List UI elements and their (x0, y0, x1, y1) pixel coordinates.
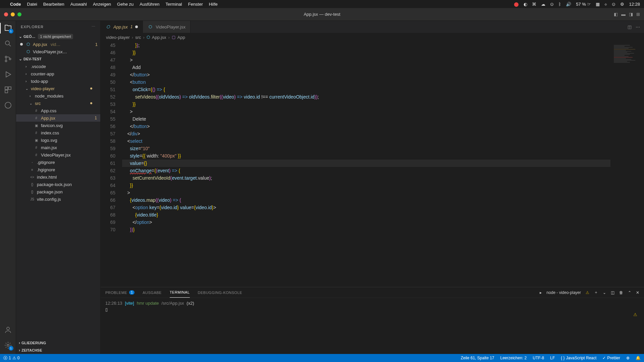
code-line[interactable]: size="10" (122, 145, 610, 152)
breadcrumb[interactable]: video-player› src› ⬡ App.jsx› ▢ App (101, 33, 644, 42)
tab-video-player-jsx[interactable]: ⬡ VideoPlayer.jsx (143, 21, 191, 33)
status-icon[interactable]: ▦ (596, 2, 600, 7)
terminal-name[interactable]: node - video-player (546, 290, 581, 295)
menu-item[interactable]: Datei (27, 2, 37, 7)
code-line[interactable]: style={{ width: "400px" }} (122, 152, 610, 160)
menu-item[interactable]: Auswahl (70, 2, 87, 7)
maximize-panel-icon[interactable]: ⌃ (628, 290, 631, 295)
code-line[interactable]: value={} (122, 160, 610, 167)
code-editor[interactable]: }); }} > Add </button> <button onClick={… (122, 42, 610, 287)
minimize-window-button[interactable] (11, 12, 15, 16)
menu-item[interactable]: Fenster (188, 2, 203, 7)
terminal-output[interactable]: 12:26:13 [vite] hmr update /src/App.jsx … (101, 298, 644, 354)
new-terminal-icon[interactable]: ＋ (594, 290, 598, 295)
status-icon[interactable]: ⌘ (532, 2, 536, 7)
file-item[interactable]: ◦.gitignore (16, 159, 100, 166)
status-bell-icon[interactable]: 🔔 (636, 356, 641, 360)
folder-item[interactable]: ›counter-app (16, 70, 100, 77)
split-editor-icon[interactable]: ◫ (628, 24, 632, 29)
menu-item[interactable]: Hilfe (209, 2, 218, 7)
code-line[interactable]: }); (122, 42, 610, 49)
status-icon[interactable]: ⟐ (604, 2, 607, 7)
layout-panel-icon[interactable]: ▬ (621, 12, 626, 17)
folder-item[interactable]: ›todo-app (16, 77, 100, 85)
code-line[interactable]: onChange={(event) => { (122, 167, 610, 174)
status-icon[interactable]: ⊙ (550, 2, 554, 7)
search-icon[interactable] (3, 39, 13, 48)
open-editor-item[interactable]: ⬡ App.jsx vid… 1 (16, 41, 100, 48)
run-debug-icon[interactable] (3, 70, 13, 79)
code-line[interactable]: }} (122, 49, 610, 56)
file-item[interactable]: JSvite.config.js (16, 195, 100, 203)
status-language[interactable]: { } JavaScript React (561, 356, 596, 360)
menu-item[interactable]: Anzeigen (93, 2, 111, 7)
open-editors-section[interactable]: ⌄ GEÖ… 1 nicht gespeichert (16, 33, 100, 41)
status-record-icon[interactable]: ⬤ (514, 2, 519, 7)
menu-item[interactable]: Ausführen (140, 2, 159, 7)
volume-icon[interactable]: 🔊 (566, 2, 571, 7)
close-panel-icon[interactable]: ✕ (636, 290, 639, 295)
status-prettier[interactable]: ✓ Prettier (602, 356, 620, 360)
file-item[interactable]: #App.jsx1 (16, 114, 100, 122)
sidebar-more-icon[interactable]: ⋯ (92, 24, 96, 29)
warning-icon[interactable]: ⚠ (586, 290, 589, 295)
folder-item[interactable]: ›node_modules (16, 92, 100, 100)
open-editor-item[interactable]: ⬡ VideoPlayer.jsx… (16, 48, 100, 55)
menu-app-name[interactable]: Code (10, 2, 21, 7)
code-line[interactable]: <button (122, 78, 610, 86)
layout-sidebar-right-icon[interactable]: ◨ (629, 12, 633, 17)
panel-tab-debug[interactable]: DEBUGGING-KONSOLE (198, 287, 243, 298)
code-line[interactable]: ))} (122, 226, 610, 233)
source-control-icon[interactable] (3, 54, 13, 64)
code-line[interactable]: setCurrentVideoId(event.target.value); (122, 174, 610, 182)
code-line[interactable]: onClick={() => { (122, 86, 610, 93)
menu-item[interactable]: Terminal (166, 2, 182, 7)
outline-section[interactable]: ›GLIEDERUNG (16, 339, 100, 347)
file-item[interactable]: ▣favicon.svg (16, 122, 100, 129)
minimap[interactable] (610, 42, 644, 287)
code-line[interactable]: }} (122, 182, 610, 189)
menu-item[interactable]: Gehe zu (117, 2, 133, 7)
extensions-icon[interactable] (3, 85, 13, 95)
code-line[interactable]: <select (122, 137, 610, 145)
code-line[interactable]: </button> (122, 123, 610, 130)
panel-tab-problems[interactable]: PROBLEME 1 (105, 287, 135, 298)
file-item[interactable]: ▣logo.svg (16, 136, 100, 144)
layout-customize-icon[interactable]: ⊞ (636, 12, 640, 17)
folder-item[interactable]: ⌄src (16, 100, 100, 107)
menu-item[interactable]: Bearbeiten (43, 2, 64, 7)
status-icon[interactable]: ◐ (524, 2, 527, 7)
status-encoding[interactable]: UTF-8 (533, 356, 544, 360)
maximize-window-button[interactable] (17, 12, 21, 16)
terminal-warning-icon[interactable]: ⚠ (633, 312, 637, 317)
status-feedback-icon[interactable]: ⊕ (626, 356, 630, 360)
status-errors[interactable]: ⓧ1 ⚠0 (3, 355, 19, 361)
code-line[interactable]: setVideos((oldVideos) => oldVideos.filte… (122, 93, 610, 101)
code-line[interactable]: }} (122, 101, 610, 108)
layout-toggle-icon[interactable]: ◧ (614, 12, 618, 17)
more-actions-icon[interactable]: ⋯ (636, 24, 640, 29)
bluetooth-icon[interactable]: ᛒ (558, 2, 561, 7)
file-item[interactable]: #App.css (16, 107, 100, 114)
code-line[interactable]: </button> (122, 71, 610, 78)
status-eol[interactable]: LF (550, 356, 555, 360)
file-item[interactable]: #index.css (16, 129, 100, 136)
code-line[interactable]: {videos.map((video) => ( (122, 196, 610, 204)
code-line[interactable]: </option> (122, 219, 610, 226)
code-line[interactable]: {video.title} (122, 211, 610, 219)
tab-app-jsx[interactable]: ⬡ App.jsx 1 (101, 21, 143, 33)
close-window-button[interactable] (4, 12, 8, 16)
code-line[interactable]: > (122, 56, 610, 64)
folder-item[interactable]: ⌄video-player (16, 85, 100, 92)
explorer-icon[interactable]: 1 (3, 23, 13, 33)
panel-tab-terminal[interactable]: TERMINAL (170, 287, 190, 298)
control-center-icon[interactable]: ⚙ (620, 2, 624, 7)
status-cursor-position[interactable]: Zeile 61, Spalte 17 (461, 356, 494, 360)
workspace-section[interactable]: ⌄ DEV-TEST (16, 55, 100, 63)
code-line[interactable]: </div> (122, 130, 610, 137)
status-indentation[interactable]: Leerzeichen: 2 (500, 356, 527, 360)
code-line[interactable]: Delete (122, 115, 610, 123)
file-item[interactable]: #VideoPlayer.jsx (16, 151, 100, 159)
panel-tab-output[interactable]: AUSGABE (143, 287, 162, 298)
file-item[interactable]: <>index.html (16, 173, 100, 181)
